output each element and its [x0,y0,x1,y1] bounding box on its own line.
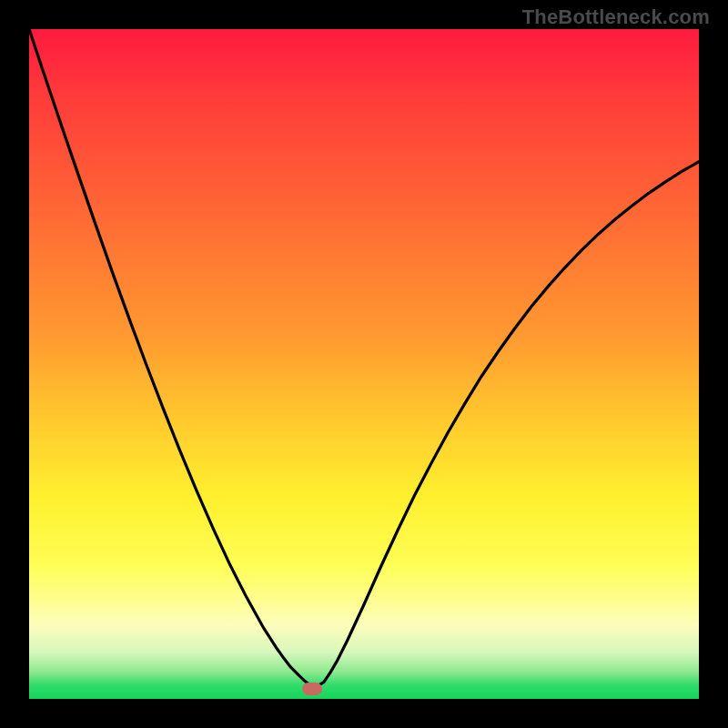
bottleneck-curve [29,29,699,686]
curve-svg [29,29,699,699]
plot-area [29,29,699,699]
chart-frame: TheBottleneck.com [0,0,728,728]
watermark-text: TheBottleneck.com [522,5,710,29]
optimum-marker [302,682,322,695]
